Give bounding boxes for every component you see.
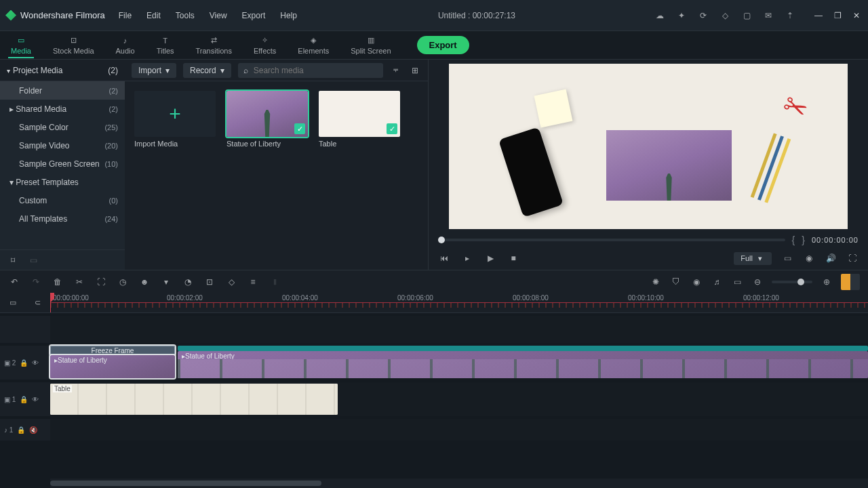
tab-effects[interactable]: ✧ Effects: [243, 33, 287, 58]
eye-icon[interactable]: 👁: [32, 396, 39, 403]
project-media-header[interactable]: ▾Project Media (2): [0, 60, 125, 81]
account-icon[interactable]: ◇: [719, 9, 731, 22]
search-input[interactable]: [254, 66, 378, 75]
magnet-icon[interactable]: ⊂: [32, 297, 44, 309]
tree-row-sample-video[interactable]: Sample Video(20): [0, 136, 125, 155]
timeline-scroll-thumb[interactable]: [50, 481, 321, 486]
preview-viewport[interactable]: ✂: [449, 64, 848, 229]
folder-icon[interactable]: ▭: [27, 254, 39, 266]
undo-button[interactable]: ↶: [8, 276, 20, 288]
snapshot-icon[interactable]: ◉: [803, 252, 815, 264]
import-media-card[interactable]: + Import Media: [134, 91, 216, 148]
mic-icon[interactable]: ◉: [690, 276, 703, 288]
eye-icon[interactable]: 👁: [32, 359, 39, 367]
track-options-icon[interactable]: ▭: [7, 297, 19, 309]
play-back-button[interactable]: ▸: [461, 252, 473, 264]
tree-row-preset-templates[interactable]: ▾ Preset Templates: [0, 173, 125, 191]
tree-row-all-templates[interactable]: All Templates(24): [0, 209, 125, 228]
audio-vis-button[interactable]: ⦀: [269, 276, 281, 288]
upload-icon[interactable]: ⇡: [784, 9, 796, 22]
marker-button[interactable]: ◔: [182, 276, 194, 288]
export-button[interactable]: Export: [417, 36, 469, 54]
cc-icon[interactable]: ▭: [731, 276, 743, 288]
tree-row-green-screen[interactable]: Sample Green Screen(10): [0, 155, 125, 173]
timeline-ruler[interactable]: 00:00:00:00 00:00:02:00 00:00:04:00 00:0…: [50, 293, 868, 312]
tree-row-folder[interactable]: Folder(2): [0, 81, 125, 100]
menu-help[interactable]: Help: [277, 8, 300, 23]
voice-button[interactable]: ☻: [138, 276, 151, 288]
clip-audio-strip[interactable]: [178, 346, 868, 351]
stop-button[interactable]: ■: [507, 252, 519, 264]
grid-view-icon[interactable]: ⊞: [409, 64, 421, 77]
search-media-field[interactable]: ⌕: [238, 63, 383, 78]
menu-export[interactable]: Export: [239, 8, 269, 23]
menu-file[interactable]: File: [116, 8, 134, 23]
speed-button[interactable]: ◷: [117, 276, 129, 288]
record-dropdown[interactable]: Record▾: [183, 63, 231, 78]
thumb-statue-of-liberty[interactable]: ✓ Statue of Liberty: [226, 91, 308, 148]
render-button[interactable]: ✺: [650, 276, 662, 288]
lock-icon[interactable]: 🔒: [17, 426, 25, 434]
mark-in-bracket[interactable]: {: [792, 235, 795, 245]
new-folder-icon[interactable]: ⌑: [7, 254, 19, 266]
zoom-in-button[interactable]: ⊕: [821, 276, 833, 288]
lock-icon[interactable]: 🔒: [20, 396, 28, 403]
refresh-icon[interactable]: ⟳: [697, 9, 709, 22]
display-settings-icon[interactable]: ▭: [781, 252, 793, 264]
import-dropdown[interactable]: Import▾: [132, 63, 176, 78]
preview-quality-dropdown[interactable]: Full▾: [734, 252, 772, 265]
clip-statue-2[interactable]: ▸ Statue of Liberty: [178, 351, 868, 378]
detach-button[interactable]: ⊡: [203, 276, 216, 288]
tab-media[interactable]: ▭ Media: [0, 33, 42, 58]
menu-edit[interactable]: Edit: [144, 8, 163, 23]
sparkle-icon[interactable]: ✦: [675, 9, 688, 22]
tree-row-shared-media[interactable]: ▸ Shared Media(2): [0, 100, 125, 118]
tab-transitions[interactable]: ⇄ Transitions: [185, 33, 243, 58]
diamond-button[interactable]: ◇: [225, 276, 237, 288]
volume-icon[interactable]: 🔊: [825, 252, 837, 264]
crop-button[interactable]: ⛶: [95, 276, 107, 288]
zoom-fit-toggle[interactable]: [841, 274, 860, 290]
fullscreen-icon[interactable]: ⛶: [846, 252, 859, 264]
tab-stock-media[interactable]: ⊡ Stock Media: [42, 33, 105, 58]
tab-split-screen[interactable]: ▥ Split Screen: [340, 33, 401, 58]
tree-row-sample-color[interactable]: Sample Color(25): [0, 118, 125, 136]
shield-icon[interactable]: ⛉: [670, 276, 682, 288]
mixer-icon[interactable]: ♬: [711, 276, 723, 288]
tab-audio[interactable]: ♪ Audio: [105, 33, 146, 58]
thumb-table[interactable]: ✓ Table: [319, 91, 400, 148]
clip-statue-1[interactable]: ▸ Statue of Liberty: [50, 355, 175, 378]
tab-titles[interactable]: T Titles: [146, 33, 185, 58]
menu-view[interactable]: View: [207, 8, 230, 23]
tree-row-custom[interactable]: Custom(0): [0, 191, 125, 209]
play-button[interactable]: ▶: [484, 252, 496, 264]
mail-icon[interactable]: ✉: [762, 9, 774, 22]
tab-elements[interactable]: ◈ Elements: [287, 33, 340, 58]
zoom-out-button[interactable]: ⊖: [751, 276, 764, 288]
mark-out-bracket[interactable]: }: [802, 235, 805, 245]
track-v2-header[interactable]: ▣ 2 🔒 👁: [0, 346, 50, 380]
prev-frame-button[interactable]: ⏮: [438, 252, 450, 264]
save-icon[interactable]: ▢: [741, 9, 753, 22]
minimize-button[interactable]: —: [812, 9, 825, 22]
zoom-slider[interactable]: [772, 281, 812, 283]
timeline-scroll-track[interactable]: [50, 479, 868, 488]
cloud-icon[interactable]: ☁: [654, 9, 666, 22]
cut-button[interactable]: ✂: [73, 276, 85, 288]
adjust-button[interactable]: ≡: [247, 276, 259, 288]
track-v1-header[interactable]: ▣ 1 🔒 👁: [0, 382, 50, 416]
lock-icon[interactable]: 🔒: [20, 359, 28, 367]
close-button[interactable]: ✕: [850, 9, 863, 22]
preview-scrubber[interactable]: [438, 239, 785, 241]
playhead[interactable]: [50, 293, 51, 312]
filter-icon[interactable]: ⫧: [390, 64, 402, 77]
maximize-button[interactable]: ❐: [831, 9, 844, 22]
redo-button[interactable]: ↷: [30, 276, 42, 288]
clip-freeze-frame[interactable]: Freeze Frame: [50, 346, 175, 355]
menu-tools[interactable]: Tools: [173, 8, 197, 23]
track-a1-header[interactable]: ♪ 1 🔒 🔇: [0, 419, 50, 441]
delete-button[interactable]: 🗑: [52, 276, 64, 288]
clip-table[interactable]: Table: [50, 384, 338, 415]
keyframe-button[interactable]: ▾: [160, 276, 172, 288]
mute-icon[interactable]: 🔇: [29, 426, 37, 434]
